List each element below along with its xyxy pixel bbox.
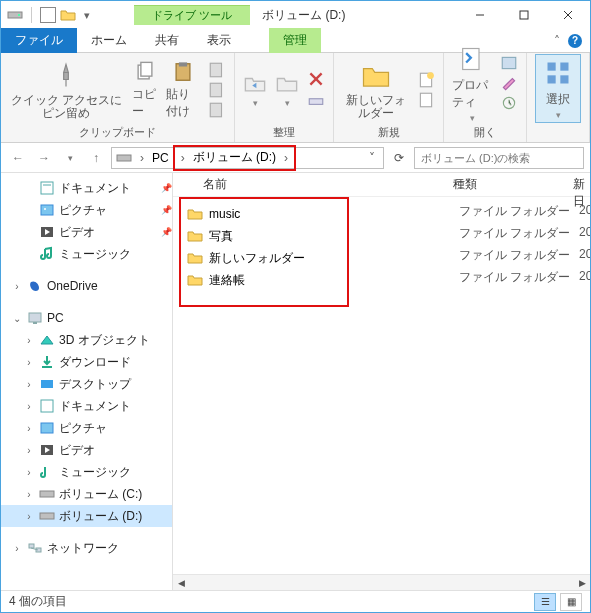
svg-rect-12 (211, 103, 222, 117)
rename-button[interactable] (307, 92, 325, 110)
svg-rect-39 (40, 491, 54, 497)
svg-rect-29 (41, 205, 53, 215)
clipboard-mini-1[interactable] (208, 61, 226, 79)
tab-share[interactable]: 共有 (141, 28, 193, 53)
list-item-meta: ファイル フォルダー2018/6 (459, 203, 590, 220)
svg-rect-27 (41, 182, 53, 194)
collapse-icon[interactable]: ⌄ (11, 313, 23, 324)
file-list: 名前 種類 更新日 music写真新しいフォルダー連絡帳 ファイル フォルダー2… (173, 173, 590, 590)
address-bar: ← → ▾ ↑ › PC › ボリューム (D:) › ˅ ⟳ (1, 143, 590, 173)
svg-rect-35 (41, 380, 53, 388)
horizontal-scrollbar[interactable]: ◀▶ (173, 574, 590, 590)
qat-overflow-icon[interactable]: ▾ (80, 9, 94, 22)
clipboard-mini-2[interactable] (208, 81, 226, 99)
list-item[interactable]: 連絡帳 (181, 269, 347, 291)
group-new-label: 新規 (378, 123, 400, 140)
group-clipboard-label: クリップボード (79, 123, 156, 140)
column-headers[interactable]: 名前 種類 更新日 (173, 173, 590, 197)
status-bar: 4 個の項目 ☰ ▦ (1, 590, 590, 612)
list-item[interactable]: 新しいフォルダー (181, 247, 347, 269)
select-button[interactable]: 選択 ▾ (535, 54, 581, 123)
expand-icon[interactable]: › (11, 281, 23, 292)
svg-rect-34 (42, 366, 52, 368)
properties-button[interactable]: プロパティ ▾ (452, 43, 492, 123)
list-item-meta: ファイル フォルダー2018/6 (459, 225, 590, 242)
edit-button[interactable] (500, 74, 518, 92)
svg-rect-3 (520, 11, 528, 19)
svg-rect-33 (33, 322, 37, 324)
breadcrumb-dropdown[interactable]: ˅ (361, 151, 383, 165)
pin-icon: 📌 (161, 183, 172, 193)
pin-icon: 📌 (161, 227, 172, 237)
svg-rect-1 (18, 14, 20, 16)
svg-rect-18 (421, 93, 432, 107)
svg-rect-41 (29, 544, 34, 548)
view-details-button[interactable]: ☰ (534, 593, 556, 611)
paste-button[interactable]: 貼り付け (166, 60, 201, 120)
svg-rect-24 (548, 75, 556, 83)
svg-rect-7 (141, 62, 152, 76)
pin-icon: 📌 (161, 205, 172, 215)
copy-to-button[interactable]: ▾ (275, 72, 299, 108)
col-type[interactable]: 種類 (453, 176, 573, 193)
nav-recent-button[interactable]: ▾ (59, 147, 81, 169)
quick-checkbox[interactable] (40, 7, 56, 23)
folder-icon (60, 7, 76, 23)
svg-rect-11 (211, 83, 222, 97)
svg-rect-9 (179, 62, 187, 66)
copy-button[interactable]: コピー (132, 60, 158, 120)
breadcrumb-pc[interactable]: PC (148, 148, 173, 168)
svg-rect-26 (117, 155, 131, 161)
drive-icon (7, 7, 23, 23)
breadcrumb-volume[interactable]: ボリューム (D:) (189, 147, 280, 169)
nav-up-button[interactable]: ↑ (85, 147, 107, 169)
easy-access-button[interactable] (417, 91, 435, 109)
svg-rect-37 (41, 423, 53, 433)
context-tab-label: ドライブ ツール (134, 5, 250, 25)
pin-to-quick-access-button[interactable]: クイック アクセスにピン留め (9, 60, 124, 120)
tab-view[interactable]: 表示 (193, 28, 245, 53)
new-item-button[interactable] (417, 71, 435, 89)
svg-point-30 (44, 208, 46, 210)
list-item-meta: ファイル フォルダー2018/6 (459, 247, 590, 264)
svg-rect-40 (40, 513, 54, 519)
history-button[interactable] (500, 94, 518, 112)
tree-selected: ›ボリューム (D:) (1, 505, 172, 527)
delete-button[interactable] (307, 70, 325, 88)
ribbon-collapse-icon[interactable]: ˄ (554, 34, 560, 48)
ribbon: クイック アクセスにピン留め コピー 貼り付け クリップボード ▾ ▾ (1, 53, 590, 143)
svg-rect-23 (560, 63, 568, 71)
nav-forward-button[interactable]: → (33, 147, 55, 169)
minimize-button[interactable] (458, 1, 502, 29)
help-icon[interactable]: ? (568, 34, 582, 48)
list-item[interactable]: music (181, 203, 347, 225)
move-to-button[interactable]: ▾ (243, 72, 267, 108)
svg-rect-25 (560, 75, 568, 83)
svg-rect-15 (310, 99, 324, 105)
nav-tree[interactable]: ドキュメント📌 ピクチャ📌 ビデオ📌 ミュージック ›OneDrive ⌄PC … (1, 173, 173, 590)
clipboard-mini-3[interactable] (208, 101, 226, 119)
svg-rect-36 (41, 400, 53, 412)
svg-rect-22 (548, 63, 556, 71)
search-input[interactable] (414, 147, 584, 169)
refresh-button[interactable]: ⟳ (388, 147, 410, 169)
breadcrumb[interactable]: › PC › ボリューム (D:) › ˅ (111, 147, 384, 169)
svg-rect-10 (211, 63, 222, 77)
new-folder-button[interactable]: 新しいフォルダー (342, 60, 409, 120)
svg-rect-20 (502, 57, 516, 68)
close-button[interactable] (546, 1, 590, 29)
maximize-button[interactable] (502, 1, 546, 29)
files-highlight-box: music写真新しいフォルダー連絡帳 (179, 197, 349, 307)
col-name[interactable]: 名前 (173, 176, 453, 193)
list-item[interactable]: 写真 (181, 225, 347, 247)
tab-file[interactable]: ファイル (1, 28, 77, 53)
open-button[interactable] (500, 54, 518, 72)
group-organize-label: 整理 (273, 123, 295, 140)
breadcrumb-highlight: › ボリューム (D:) › (173, 145, 296, 171)
nav-back-button[interactable]: ← (7, 147, 29, 169)
svg-point-17 (428, 72, 435, 79)
tab-home[interactable]: ホーム (77, 28, 141, 53)
view-large-button[interactable]: ▦ (560, 593, 582, 611)
pin-label: クイック アクセスにピン留め (9, 94, 124, 120)
tab-manage[interactable]: 管理 (269, 28, 321, 53)
